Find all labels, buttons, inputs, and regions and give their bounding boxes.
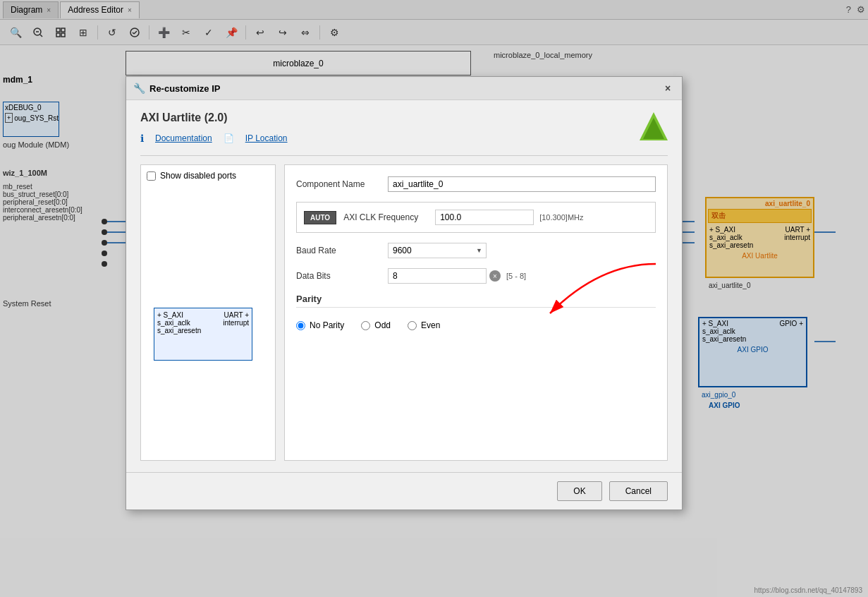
ok-button[interactable]: OK bbox=[557, 481, 601, 501]
baud-rate-row: Baud Rate 9600 19200 38400 57600 115200 bbox=[296, 243, 656, 258]
component-name-label: Component Name bbox=[296, 179, 388, 189]
auto-badge: AUTO bbox=[304, 211, 336, 224]
component-name-row: Component Name bbox=[296, 176, 656, 192]
ip-location-label: IP Location bbox=[245, 133, 288, 143]
modal-body: AXI Uartlite (2.0) ℹ Documentation 📄 IP … bbox=[126, 100, 682, 472]
info-icon: ℹ bbox=[140, 133, 144, 144]
modal-dialog: 🔧 Re-customize IP × AXI Uartlite (2.0) ℹ… bbox=[126, 76, 683, 510]
parity-odd-label: Odd bbox=[374, 320, 391, 330]
modal-titlebar: 🔧 Re-customize IP × bbox=[126, 77, 682, 100]
modal-sidebar: Show disabled ports + S_AXI s_axi_aclk s… bbox=[140, 164, 276, 461]
data-bits-label: Data Bits bbox=[296, 271, 388, 281]
ip-location-link[interactable]: IP Location bbox=[245, 133, 288, 143]
modal-config: Component Name AUTO AXI CLK Frequency [1… bbox=[284, 164, 668, 461]
parity-even[interactable]: Even bbox=[408, 320, 440, 330]
modal-content-area: Show disabled ports + S_AXI s_axi_aclk s… bbox=[140, 164, 668, 461]
parity-even-radio[interactable] bbox=[408, 321, 417, 330]
baud-rate-select[interactable]: 9600 19200 38400 57600 115200 bbox=[388, 243, 487, 258]
baud-rate-label: Baud Rate bbox=[296, 246, 388, 255]
modal-close-btn[interactable]: × bbox=[661, 81, 675, 95]
documentation-link[interactable]: Documentation bbox=[155, 133, 212, 143]
clk-freq-label: AXI CLK Frequency bbox=[343, 212, 435, 222]
modal-title-icon: 🔧 bbox=[133, 83, 145, 94]
clk-freq-row: AUTO AXI CLK Frequency [10.300]MHz bbox=[304, 210, 648, 225]
clk-freq-input[interactable] bbox=[435, 210, 534, 225]
modal-links: ℹ Documentation 📄 IP Location bbox=[140, 133, 668, 144]
data-bits-input[interactable] bbox=[388, 268, 487, 284]
data-bits-clear-btn[interactable]: × bbox=[489, 270, 501, 282]
data-bits-row: Data Bits × [5 - 8] bbox=[296, 268, 656, 284]
show-disabled-label: Show disabled ports bbox=[160, 171, 236, 181]
show-disabled-checkbox[interactable] bbox=[147, 171, 156, 181]
cancel-button[interactable]: Cancel bbox=[609, 481, 668, 501]
parity-no-parity[interactable]: No Parity bbox=[296, 320, 344, 330]
parity-no-parity-label: No Parity bbox=[310, 320, 344, 330]
mini-uart-block: + S_AXI s_axi_aclk s_axi_aresetn UART + … bbox=[154, 308, 252, 361]
modal-divider bbox=[140, 155, 668, 156]
show-disabled-ports-row: Show disabled ports bbox=[147, 171, 269, 181]
parity-even-label: Even bbox=[421, 320, 440, 330]
ip-location-icon: 📄 bbox=[224, 133, 234, 143]
parity-odd-radio[interactable] bbox=[361, 321, 370, 330]
baud-rate-select-wrapper: 9600 19200 38400 57600 115200 bbox=[388, 243, 487, 258]
parity-title: Parity bbox=[296, 294, 656, 308]
modal-footer: OK Cancel bbox=[126, 472, 682, 509]
clk-freq-section: AUTO AXI CLK Frequency [10.300]MHz bbox=[296, 202, 656, 233]
modal-title: Re-customize IP bbox=[149, 83, 220, 94]
product-title: AXI Uartlite (2.0) bbox=[140, 111, 668, 124]
parity-odd[interactable]: Odd bbox=[361, 320, 391, 330]
parity-no-parity-radio[interactable] bbox=[296, 321, 305, 330]
vivado-logo bbox=[640, 112, 668, 146]
clk-range-hint: [10.300]MHz bbox=[539, 213, 583, 222]
component-name-input[interactable] bbox=[388, 176, 656, 192]
parity-radio-row: No Parity Odd Even bbox=[296, 315, 656, 336]
data-bits-range: [5 - 8] bbox=[506, 272, 526, 280]
parity-section: Parity No Parity Odd Even bbox=[296, 294, 656, 336]
